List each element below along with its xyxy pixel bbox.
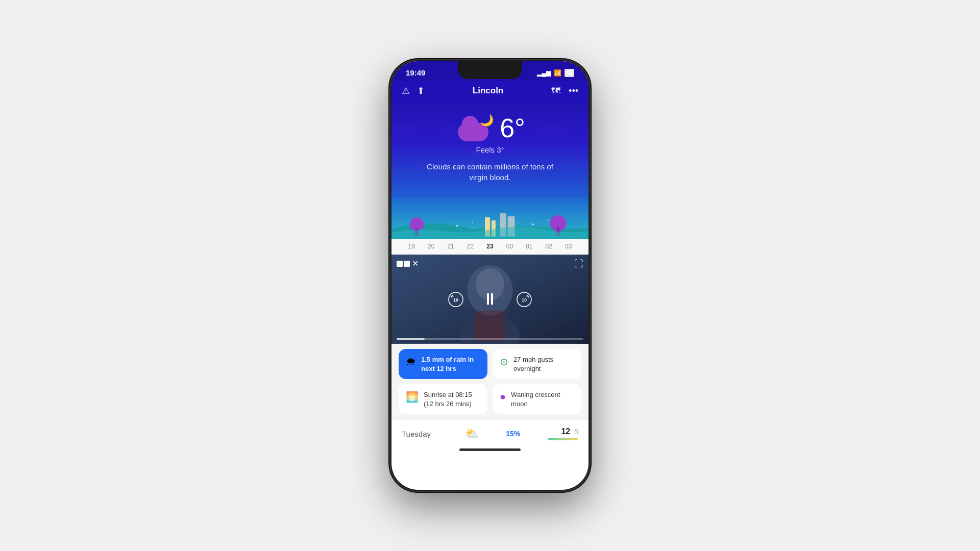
timeline-00: 00 [506,243,513,250]
status-time: 19:49 [406,68,425,77]
phone-screen: 19:49 ▂▄▆ 📶 89 ⚠ ⬆ Lincoln 🗺 ••• [391,61,589,490]
wind-info-card[interactable]: ⊙ 27 mph gusts overnight [493,349,581,379]
wind-info-text: 27 mph gusts overnight [513,355,574,373]
video-progress-fill [397,338,425,340]
top-nav: ⚠ ⬆ Lincoln 🗺 ••• [391,81,589,103]
home-indicator-area [391,444,589,455]
rain-icon: 🌧 [406,356,416,367]
weather-illustration [391,198,589,239]
phone-device: 19:49 ▂▄▆ 📶 89 ⚠ ⬆ Lincoln 🗺 ••• [390,60,590,491]
temp-bar [548,438,578,440]
more-icon[interactable]: ••• [569,86,578,96]
timeline-20: 20 [428,243,434,250]
day-label: Tuesday [402,430,437,438]
moon-icon: 🌙 [480,114,494,127]
battery-icon: 89 [565,69,574,77]
moon-phase-icon: ● [500,391,506,403]
signal-icon: ▂▄▆ [537,69,551,77]
share-icon[interactable]: ⬆ [417,85,425,96]
location-title: Lincoln [473,86,503,96]
home-bar[interactable] [459,448,521,451]
temp-high: 12 [561,427,570,436]
temp-low: 5 [574,428,578,436]
temp-range: 12 5 [548,427,578,440]
wifi-icon: 📶 [554,69,561,77]
timeline-23: 23 [486,243,493,250]
svg-text:10: 10 [522,297,527,303]
sunrise-info-card[interactable]: 🌅 Sunrise at 08:15 (12 hrs 26 mins) [399,384,487,414]
moon-info-card[interactable]: ● Waning crescent moon [493,384,581,414]
status-icons: ▂▄▆ 📶 89 [537,69,574,77]
notch [458,61,522,79]
weather-icon-temp: 🌙 6° [455,113,525,143]
alert-icon[interactable]: ⚠ [402,85,410,96]
video-progress-bar[interactable] [397,338,583,340]
svg-text:10: 10 [453,297,458,303]
pause-button[interactable]: ⏸ [482,290,498,309]
feels-like: Feels 3° [476,145,504,154]
rain-info-card[interactable]: 🌧 1.5 mm of rain in next 12 hrs [399,349,487,379]
video-controls-overlay: ✕ ⛶ 10 ⏸ [391,255,589,344]
moon-info-text: Waning crescent moon [511,390,574,408]
bbc-box-2 [404,261,410,267]
wind-icon: ⊙ [500,356,508,368]
sunrise-info-text: Sunrise at 08:15 (12 hrs 26 mins) [424,390,480,408]
video-card[interactable]: ✕ ⛶ 10 ⏸ [391,255,589,344]
bbc-logo [397,261,410,267]
timeline-03: 03 [565,243,572,250]
play-controls: 10 ⏸ 10 [448,290,532,309]
info-cards: 🌧 1.5 mm of rain in next 12 hrs ⊙ 27 mph… [391,344,589,419]
video-close-button[interactable]: ✕ [412,259,419,268]
forward-button[interactable]: 10 [517,292,532,307]
rain-info-text: 1.5 mm of rain in next 12 hrs [421,355,480,373]
video-fullscreen-button[interactable]: ⛶ [574,259,583,269]
weather-description: Clouds can contain millions of tons of v… [402,161,578,183]
daily-forecast[interactable]: Tuesday ⛅ 15% 12 5 [391,419,589,444]
map-icon[interactable]: 🗺 [551,86,560,96]
temperature-display: 6° [500,113,525,143]
timeline-21: 21 [447,243,454,250]
svg-point-12 [456,225,458,227]
weather-condition-icon: 🌙 [455,115,492,141]
timeline-19: 19 [408,243,415,250]
weather-main: 🌙 6° Feels 3° Clouds can contain million… [391,103,589,198]
svg-point-15 [547,219,549,221]
timeline-22: 22 [467,243,474,250]
timeline-02: 02 [546,243,552,250]
rewind-button[interactable]: 10 [448,292,463,307]
day-precip: 15% [506,430,520,438]
svg-point-13 [472,221,473,223]
sunrise-icon: 🌅 [406,391,419,403]
svg-point-14 [532,223,534,226]
video-top-bar-left: ✕ [397,259,419,268]
bbc-box-1 [397,261,403,267]
weather-section: ⚠ ⬆ Lincoln 🗺 ••• 🌙 6° Feels [391,81,589,239]
timeline-row: 19 20 21 22 23 00 01 02 03 [391,239,589,255]
day-weather-icon: ⛅ [465,427,479,440]
timeline-01: 01 [526,243,532,250]
